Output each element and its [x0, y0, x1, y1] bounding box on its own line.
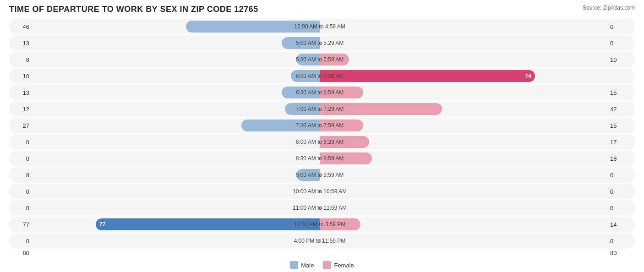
- chart-row: 011:00 AM to 11:59 AM0: [9, 200, 635, 216]
- legend-male: Male: [290, 261, 314, 269]
- female-value: 42: [607, 106, 635, 113]
- bars-container: 7:30 AM to 7:59 AM: [32, 118, 607, 133]
- legend-female: Female: [323, 261, 354, 269]
- chart-row: 08:00 AM to 8:29 AM17: [9, 134, 635, 150]
- male-value: 0: [9, 205, 32, 212]
- time-label: 6:30 AM to 6:59 AM: [296, 89, 344, 96]
- bars-container: 11:00 AM to 11:59 AM: [32, 200, 607, 216]
- female-value: 15: [607, 122, 635, 129]
- male-value: 77: [9, 221, 32, 228]
- legend-male-label: Male: [301, 262, 314, 269]
- bars-container: 9:00 AM to 9:59 AM: [32, 167, 607, 183]
- chart-legend: Male Female: [9, 261, 635, 269]
- bars-container: 6:30 AM to 6:59 AM: [32, 85, 607, 100]
- male-value: 27: [9, 122, 32, 129]
- chart-row: 7712:00 PM to 3:59 PM7714: [9, 217, 635, 232]
- female-value: 0: [607, 40, 635, 47]
- male-value: 10: [9, 73, 32, 80]
- female-value: 15: [607, 89, 635, 96]
- chart-row: 4612:00 AM to 4:59 AM0: [9, 19, 635, 34]
- legend-female-label: Female: [334, 262, 354, 269]
- bars-container: 5:00 AM to 5:29 AM: [32, 35, 607, 51]
- bars-container: 7:00 AM to 7:29 AM: [32, 101, 607, 117]
- time-label: 8:30 AM to 8:59 AM: [296, 155, 344, 162]
- chart-source: Source: ZipAtlas.com: [583, 5, 635, 11]
- legend-male-box: [290, 261, 298, 269]
- female-value: 0: [607, 188, 635, 195]
- chart-row: 85:30 AM to 5:59 AM10: [9, 52, 635, 67]
- male-value: 13: [9, 89, 32, 96]
- time-label: 6:00 AM to 6:29 AM: [296, 73, 344, 79]
- female-value: 10: [607, 56, 635, 63]
- bars-container: 5:30 AM to 5:59 AM: [32, 52, 607, 67]
- female-value: 0: [607, 205, 635, 212]
- male-value: 13: [9, 40, 32, 47]
- chart-row: 04:00 PM to 11:59 PM0: [9, 233, 635, 249]
- male-value: 0: [9, 238, 32, 245]
- time-label: 11:00 AM to 11:59 AM: [293, 205, 347, 211]
- time-label: 10:00 AM to 10:59 AM: [293, 188, 347, 195]
- time-label: 5:00 AM to 5:29 AM: [296, 40, 344, 46]
- bars-container: 12:00 PM to 3:59 PM77: [32, 217, 607, 232]
- time-label: 7:30 AM to 7:59 AM: [296, 122, 344, 129]
- male-value: 12: [9, 106, 32, 113]
- chart-row: 89:00 AM to 9:59 AM0: [9, 167, 635, 183]
- male-value: 0: [9, 188, 32, 195]
- bars-container: 12:00 AM to 4:59 AM: [32, 19, 607, 34]
- female-bar: 74: [320, 70, 535, 82]
- axis-row: 80 80: [9, 250, 635, 256]
- male-value: 46: [9, 23, 32, 30]
- chart-row: 135:00 AM to 5:29 AM0: [9, 35, 635, 51]
- chart-row: 127:00 AM to 7:29 AM42: [9, 101, 635, 117]
- chart-header: TIME OF DEPARTURE TO WORK BY SEX IN ZIP …: [9, 5, 635, 14]
- time-label: 12:00 PM to 3:59 PM: [294, 221, 346, 228]
- bars-container: 6:00 AM to 6:29 AM74: [32, 68, 607, 84]
- bars-container: 8:30 AM to 8:59 AM: [32, 151, 607, 166]
- bars-container: 4:00 PM to 11:59 PM: [32, 233, 607, 249]
- female-value: 0: [607, 23, 635, 30]
- time-label: 9:00 AM to 9:59 AM: [296, 172, 344, 178]
- female-value: 18: [607, 155, 635, 162]
- male-value: 0: [9, 139, 32, 146]
- time-label: 8:00 AM to 8:29 AM: [296, 139, 344, 145]
- female-value: 14: [607, 221, 635, 228]
- bars-container: 10:00 AM to 10:59 AM: [32, 184, 607, 199]
- chart-title: TIME OF DEPARTURE TO WORK BY SEX IN ZIP …: [9, 5, 258, 14]
- chart-row: 010:00 AM to 10:59 AM0: [9, 184, 635, 199]
- male-value: 8: [9, 172, 32, 179]
- legend-female-box: [323, 261, 331, 269]
- male-value: 0: [9, 155, 32, 162]
- chart-row: 277:30 AM to 7:59 AM15: [9, 118, 635, 133]
- female-value: 0: [607, 238, 635, 245]
- time-label: 5:30 AM to 5:59 AM: [296, 56, 344, 63]
- chart-row: 08:30 AM to 8:59 AM18: [9, 151, 635, 166]
- bars-container: 8:00 AM to 8:29 AM: [32, 134, 607, 150]
- male-value: 8: [9, 56, 32, 63]
- female-value: 17: [607, 139, 635, 146]
- time-label: 12:00 AM to 4:59 AM: [294, 23, 345, 30]
- chart-row: 136:30 AM to 6:59 AM15: [9, 85, 635, 100]
- time-label: 4:00 PM to 11:59 PM: [294, 238, 346, 244]
- female-value: 0: [607, 172, 635, 179]
- chart-row: 106:00 AM to 6:29 AM74: [9, 68, 635, 84]
- time-label: 7:00 AM to 7:29 AM: [296, 106, 344, 112]
- axis-right-label: 80: [607, 250, 635, 256]
- chart-area: 4612:00 AM to 4:59 AM0135:00 AM to 5:29 …: [9, 19, 635, 249]
- male-bar: 77: [96, 218, 320, 230]
- axis-left-label: 80: [9, 250, 32, 256]
